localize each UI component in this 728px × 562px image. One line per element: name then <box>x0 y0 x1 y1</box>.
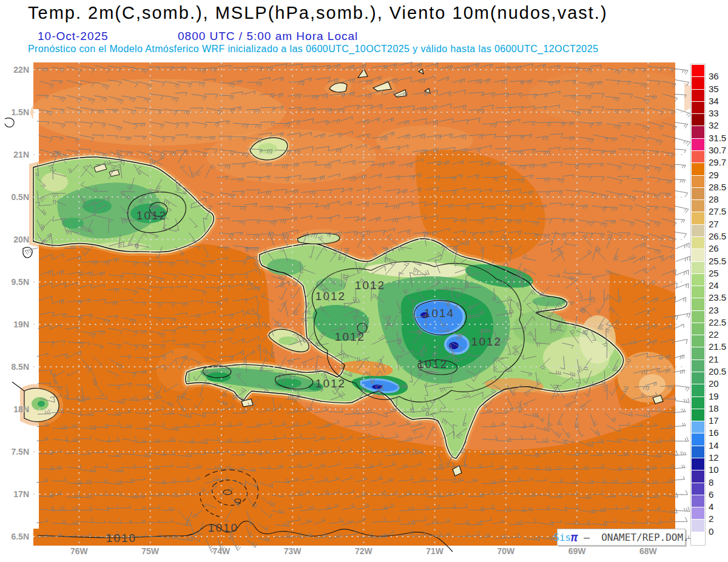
colorbar-tick-label: 27 <box>709 219 719 229</box>
colorbar-tick-label: 12 <box>709 453 719 463</box>
colorbar-cell <box>692 151 704 163</box>
lat-tick-label: 6.5N <box>0 532 29 541</box>
colorbar-tick-label: 6 <box>709 490 713 500</box>
lat-tick-label: 18N <box>0 404 29 414</box>
colorbar-tick-label: 26.5 <box>709 232 726 241</box>
colorbar-cell <box>692 126 704 138</box>
colorbar-cell <box>692 446 704 458</box>
lon-tick-label: 68W <box>630 546 666 556</box>
colorbar-tick-label: 29 <box>709 170 719 180</box>
colorbar-tick-label: 21.5 <box>709 342 726 352</box>
colorbar-cell <box>692 470 704 483</box>
lat-tick-label: 9.5N <box>0 277 29 287</box>
colorbar-cell <box>692 335 704 347</box>
colorbar-tick-label: 2 <box>709 514 713 524</box>
lon-tick-label: 76W <box>61 546 97 556</box>
colorbar-cell <box>692 409 704 421</box>
colorbar-cell <box>692 311 704 323</box>
colorbar-cell <box>692 139 704 151</box>
colorbar-tick-label: 25.5 <box>709 256 726 266</box>
wrf-forecast-screenshot: Temp. 2m(C,somb.), MSLP(hPa,somb.), Vien… <box>0 0 728 562</box>
watermark-badge: Sisπ – ONAMET/REP.DOM. <box>557 529 686 546</box>
colorbar-cell <box>692 384 704 396</box>
lat-tick-label: 1.5N <box>0 107 29 117</box>
temperature-colorbar <box>690 64 706 546</box>
mslp-contour-label: 1012 <box>315 377 346 390</box>
colorbar-tick-label: 36 <box>709 72 719 81</box>
colorbar-tick-label: 28.5 <box>709 182 726 192</box>
colorbar-cell <box>692 200 704 212</box>
lat-tick-label: 17N <box>0 489 29 499</box>
colorbar-cell <box>692 372 704 384</box>
colorbar-tick-label: 35 <box>709 84 719 94</box>
colorbar-tick-label: 23 <box>709 306 719 315</box>
colorbar-tick-label: 14 <box>709 441 719 450</box>
watermark-separator: – <box>578 532 596 543</box>
colorbar-cell <box>692 65 704 77</box>
mslp-contour-label: 1010 <box>106 532 136 545</box>
lat-tick-label: 7.5N <box>0 447 29 457</box>
colorbar-cell <box>692 188 704 200</box>
colorbar-tick-label: 30.7 <box>709 146 726 155</box>
colorbar-tick-label: 31.5 <box>709 133 726 143</box>
mslp-contour-label: 1012 <box>335 330 365 344</box>
colorbar-tick-label: 34 <box>709 96 719 106</box>
mslp-contour-label: 1010 <box>208 521 238 535</box>
colorbar-tick-label: 27.5 <box>709 207 726 216</box>
lon-tick-label: 69W <box>559 546 595 556</box>
colorbar-tick-label: 29.7 <box>709 158 726 167</box>
lon-tick-label: 71W <box>417 546 453 556</box>
colorbar-tick-label: 21 <box>709 355 719 364</box>
colorbar-cell <box>692 163 704 175</box>
colorbar-tick-label: 8 <box>709 478 713 487</box>
colorbar-tick-label: 22 <box>709 330 719 340</box>
colorbar-tick-label: 23.5 <box>709 293 726 303</box>
lon-tick-label: 74W <box>203 546 240 556</box>
lon-tick-label: 73W <box>274 546 311 556</box>
colorbar-tick-label: 17 <box>709 416 719 426</box>
colorbar-cell <box>692 298 704 310</box>
colorbar-tick-label: 20.5 <box>709 367 726 376</box>
lat-tick-label: 20N <box>0 235 29 244</box>
colorbar-tick-label: 20 <box>709 379 719 389</box>
colorbar-tick-label: 25 <box>709 269 719 278</box>
colorbar-cell <box>692 347 704 360</box>
colorbar-cell <box>692 262 704 274</box>
colorbar-cell <box>692 102 704 114</box>
colorbar-cell <box>692 212 704 224</box>
colorbar-cell <box>692 495 704 507</box>
colorbar-tick-label: 18 <box>709 404 719 413</box>
colorbar-cell <box>692 114 704 126</box>
mslp-contour-label: 1012 <box>136 209 167 222</box>
colorbar-cell <box>692 360 704 372</box>
colorbar-cell <box>692 532 704 544</box>
colorbar-cell <box>692 286 704 298</box>
watermark-pi-icon: π <box>571 532 578 542</box>
colorbar-tick-label: 33 <box>709 109 719 118</box>
colorbar-cell <box>692 520 704 532</box>
colorbar-cell <box>692 90 704 102</box>
lon-tick-label: 75W <box>132 546 169 556</box>
lat-tick-label: 22N <box>0 65 29 75</box>
watermark-org: ONAMET/REP.DOM. <box>596 532 689 543</box>
colorbar-cell <box>692 397 704 409</box>
watermark-brand: Sis <box>553 532 571 543</box>
mslp-contour-label: 1012 <box>471 335 502 349</box>
colorbar-cell <box>692 507 704 520</box>
colorbar-tick-label: 0 <box>709 527 713 537</box>
colorbar-cell <box>692 225 704 237</box>
colorbar-tick-label: 22.5 <box>709 318 726 327</box>
mslp-contour-label: 1012 <box>315 290 346 303</box>
colorbar-cell <box>692 323 704 335</box>
lon-tick-label: 70W <box>488 546 524 556</box>
colorbar-cell <box>692 433 704 446</box>
colorbar-tick-label: 4 <box>709 502 713 512</box>
lon-tick-label: 72W <box>345 546 382 556</box>
colorbar-tick-label: 10 <box>709 465 719 475</box>
mslp-contour-label: 1012 <box>417 358 448 371</box>
colorbar-tick-label: 24 <box>709 281 719 290</box>
colorbar-cell <box>692 237 704 249</box>
colorbar-tick-label: 32 <box>709 121 719 130</box>
colorbar-tick-label: 26 <box>709 244 719 253</box>
colorbar-cell <box>692 458 704 470</box>
